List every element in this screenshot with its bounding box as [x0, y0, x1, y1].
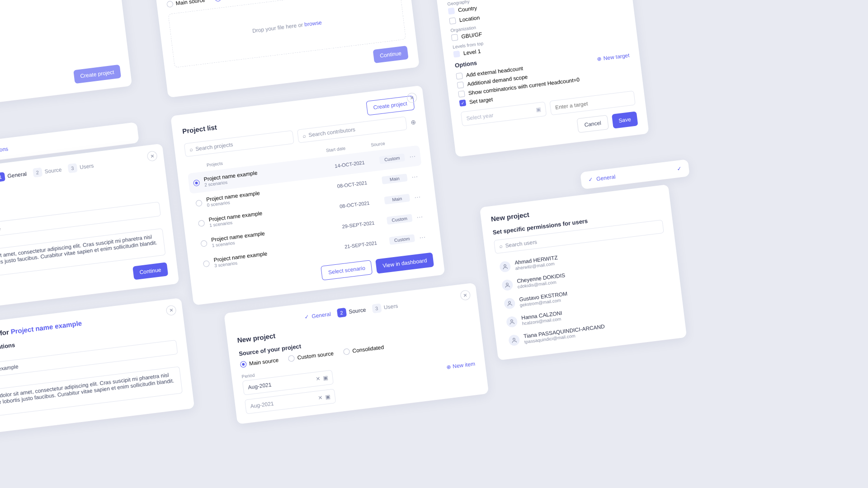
scope-panel: Scope depth ⓘ To include competencies in… — [432, 0, 649, 157]
step-label: General — [596, 174, 616, 182]
check-icon: ✓ — [304, 314, 310, 320]
create-project-button[interactable]: Create project — [73, 65, 121, 84]
radio-icon — [193, 179, 200, 187]
user-permissions: New project Set specific permissions for… — [480, 184, 687, 361]
source-tag: Custom — [387, 214, 413, 225]
new-target-link[interactable]: ⊕New target — [597, 52, 630, 62]
plus-icon: ⊕ — [597, 56, 602, 62]
source-tag: Custom — [379, 154, 405, 164]
row-menu-icon[interactable]: ⋯ — [414, 192, 421, 201]
start-date: 21-SEPT-2021 — [344, 239, 385, 249]
calendar-icon[interactable]: ▣ — [325, 394, 331, 400]
filter-icon[interactable]: ⊕ — [410, 118, 417, 126]
source-tag: Custom — [389, 234, 415, 245]
new-project-source: ✕ ✓General 2Source 3Users New project So… — [224, 283, 489, 424]
new-scenario: ✕ New scenario for Project name example … — [0, 298, 194, 437]
plus-icon: ⊕ — [446, 364, 452, 371]
clear-icon[interactable]: ✕ — [318, 394, 323, 401]
source-tag: Main — [382, 174, 408, 184]
avatar — [508, 334, 520, 346]
svg-point-4 — [513, 338, 515, 340]
radio-custom[interactable]: Custom source — [215, 0, 261, 2]
avatar — [506, 315, 518, 328]
search-icon: ⌕ — [189, 146, 193, 153]
calendar-icon: ▣ — [536, 106, 542, 113]
step-source[interactable]: 2Source — [337, 305, 367, 318]
radio-main[interactable]: Main source — [240, 357, 279, 368]
step-users[interactable]: 3Users — [67, 161, 94, 174]
search-icon: ⌕ — [499, 243, 503, 250]
new-item-link[interactable]: ⊕ New item — [446, 361, 476, 371]
check-icon: ✓ — [677, 165, 682, 172]
svg-point-0 — [504, 264, 506, 267]
radio-icon — [203, 260, 210, 267]
source-upload: Source of your project Main source Custo… — [154, 0, 420, 98]
avatar — [501, 279, 514, 291]
select-scenario-button[interactable]: Select scenario — [321, 260, 373, 280]
continue-button[interactable]: Continue — [373, 46, 409, 63]
search-icon: ⌕ — [302, 132, 307, 139]
list-title: Project list — [182, 123, 217, 135]
radio-custom[interactable]: Custom source — [288, 350, 334, 362]
continue-button[interactable]: Continue — [132, 262, 168, 280]
start-date: 08-OCT-2021 — [340, 198, 381, 209]
row-menu-icon[interactable]: ⋯ — [409, 152, 416, 160]
source-tag: Main — [384, 194, 410, 205]
radio-icon — [200, 240, 208, 247]
start-date: 08-OCT-2021 — [337, 178, 378, 189]
step-general[interactable]: ✓General — [304, 311, 331, 320]
radio-consolidated[interactable]: Consolidated — [343, 344, 384, 355]
new-project-general: ✕ 1General 2Source 3Users New project Ge… — [0, 144, 179, 313]
avatar — [499, 260, 511, 272]
row-menu-icon[interactable]: ⋯ — [419, 233, 426, 241]
project-link[interactable]: Project name example — [10, 319, 82, 335]
save-button[interactable]: Save — [612, 111, 638, 129]
project-mini-list: Project name example Project name exampl… — [0, 0, 132, 112]
svg-point-1 — [506, 282, 508, 285]
clear-icon[interactable]: ✕ — [316, 375, 321, 382]
view-dashboard-button[interactable]: View in dashboard — [376, 253, 434, 274]
row-menu-icon[interactable]: ⋯ — [416, 213, 424, 221]
browse-link[interactable]: browse — [304, 19, 322, 28]
step-source[interactable]: 2Source — [33, 165, 62, 178]
stepper-fragment: ✓ General ✓ — [580, 159, 690, 189]
step-general[interactable]: 1General — [0, 169, 27, 182]
calendar-icon[interactable]: ▣ — [323, 375, 329, 381]
row-menu-icon[interactable]: ⋯ — [411, 173, 419, 181]
radio-icon — [198, 220, 205, 227]
avatar — [504, 297, 516, 310]
svg-point-3 — [510, 319, 513, 322]
radio-icon — [195, 199, 203, 206]
start-date: 14-OCT-2021 — [335, 158, 376, 169]
project-list: ✕ Project list Create project ⌕ Search p… — [170, 85, 445, 305]
check-icon: ✓ — [588, 176, 593, 183]
start-date: 29-SEPT-2021 — [342, 219, 383, 229]
cancel-button[interactable]: Cancel — [577, 115, 609, 133]
step-users[interactable]: 3Users — [372, 301, 398, 314]
svg-point-2 — [508, 301, 510, 303]
radio-main[interactable]: Main source — [166, 0, 205, 8]
back-link[interactable]: ← Back to General informations — [0, 145, 9, 161]
